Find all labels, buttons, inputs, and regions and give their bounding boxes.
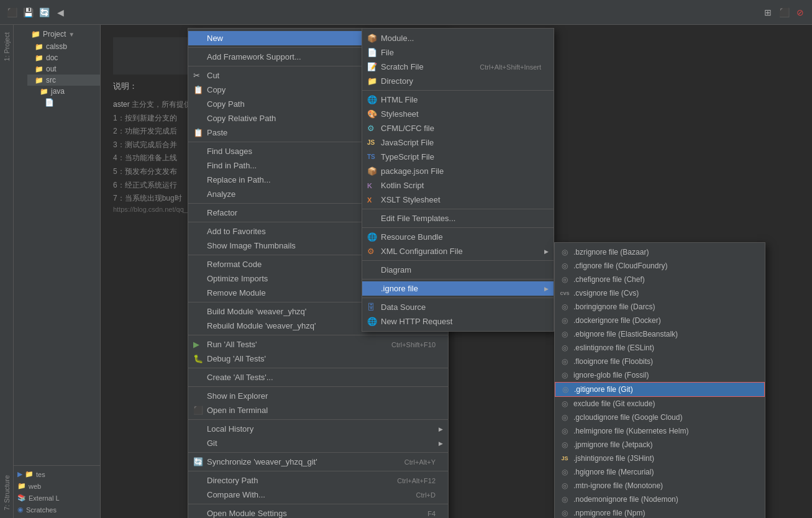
menu-item-create-tests[interactable]: Create 'All Tests'...	[188, 370, 448, 384]
project-arrow: ▼	[68, 31, 75, 38]
folder-icon: 📁	[31, 30, 40, 39]
refresh-icon[interactable]: 🔄	[37, 6, 51, 19]
submenu-item-xslt[interactable]: X XSLT Stylesheet	[362, 193, 554, 207]
debug-icon: 🐛	[193, 354, 203, 363]
submenu-item-data-source[interactable]: 🗄 Data Source	[362, 300, 554, 314]
folder-icon: 📁	[35, 54, 43, 62]
tree-item-doc[interactable]: 📁 doc	[27, 52, 100, 63]
separator	[362, 279, 554, 279]
submenu-item-js[interactable]: JS JavaScript File	[362, 135, 554, 150]
file-icon: 📄	[367, 48, 377, 57]
submenu-item-diagram[interactable]: Diagram	[362, 263, 554, 277]
tab-external[interactable]: 📚 External L	[17, 492, 96, 504]
submenu-item-html[interactable]: 🌐 HTML File	[362, 93, 554, 107]
ignore-item-jshint[interactable]: JS .jshintignore file (JSHint)	[555, 452, 765, 465]
ignore-item-docker[interactable]: ◎ .dockerignore file (Docker)	[555, 314, 765, 327]
toolbar-icon-right-1[interactable]: ⊞	[761, 6, 775, 19]
ignore-item-cloudfoundry[interactable]: ◎ .cfignore file (CloudFoundry)	[555, 259, 765, 273]
menu-item-synchronize[interactable]: 🔄 Synchronize 'weaver_yhzq_git' Ctrl+Alt…	[188, 455, 448, 469]
ignore-item-fossil[interactable]: ◎ ignore-glob file (Fossil)	[555, 368, 765, 382]
ignore-item-nodemon[interactable]: ◎ .nodemonignore file (Nodemon)	[555, 493, 765, 506]
terminal-icon: ⬛	[193, 406, 203, 415]
toolbar-icon-right-3[interactable]: ⊘	[793, 6, 807, 19]
tab-web[interactable]: 📁 web	[17, 480, 96, 492]
menu-item-open-terminal[interactable]: ⬛ Open in Terminal	[188, 403, 448, 417]
ignore-item-helm[interactable]: ◎ .helmignore file (Kubernetes Helm)	[555, 424, 765, 438]
separator	[188, 504, 448, 504]
mercurial-icon: ◎	[560, 467, 570, 477]
file-icon: 📄	[45, 98, 54, 107]
toolbar: ⬛ 💾 🔄 ◀ ⊞ ⬛ ⊘	[0, 0, 812, 25]
ignore-item-git[interactable]: ◎ .gitignore file (Git)	[555, 382, 765, 397]
tree-item-out[interactable]: 📁 out	[27, 63, 100, 75]
tree-item-src[interactable]: 📁 src	[27, 75, 100, 86]
js-icon: JS	[367, 139, 375, 146]
project-header[interactable]: 📁 Project ▼	[27, 27, 100, 41]
ignore-item-elastic[interactable]: ◎ .ebignore file (ElasticBeanstalk)	[555, 327, 765, 341]
submenu-item-module[interactable]: 📦 Module...	[362, 31, 554, 45]
submenu-item-file[interactable]: 📄 File	[362, 45, 554, 60]
cut-icon: ✂	[193, 71, 200, 80]
toolbar-icon-right-2[interactable]: ⬛	[777, 6, 791, 19]
css-icon: 🎨	[367, 109, 377, 119]
separator	[188, 368, 448, 368]
menu-item-git[interactable]: Git	[188, 436, 448, 450]
submenu-item-edit-templates[interactable]: Edit File Templates...	[362, 211, 554, 225]
submenu-item-http-request[interactable]: 🌐 New HTTP Request	[362, 314, 554, 329]
ignore-item-monotone[interactable]: ◎ .mtn-ignore file (Monotone)	[555, 479, 765, 493]
save-icon[interactable]: 💾	[21, 6, 35, 19]
ignore-item-bazaar[interactable]: ◎ .bzrignore file (Bazaar)	[555, 245, 765, 259]
menu-item-open-module-settings[interactable]: Open Module Settings F4	[188, 506, 448, 518]
submenu-item-package-json[interactable]: 📦 package.json File	[362, 164, 554, 178]
ignore-item-jetpack[interactable]: ◎ .jpmignore file (Jetpack)	[555, 438, 765, 452]
ignore-item-gcloud[interactable]: ◎ .gcloudignore file (Google Cloud)	[555, 411, 765, 424]
menu-item-debug-tests[interactable]: 🐛 Debug 'All Tests'	[188, 352, 448, 366]
submenu-item-kotlin[interactable]: K Kotlin Script	[362, 178, 554, 193]
ignore-item-git-exclude[interactable]: ◎ exclude file (Git exclude)	[555, 397, 765, 411]
back-icon[interactable]: ◀	[53, 6, 67, 19]
submenu-item-xml[interactable]: ⚙ XML Configuration File	[362, 244, 554, 258]
project-label: Project	[43, 30, 66, 39]
ignore-item-chef[interactable]: ◎ .chefignore file (Chef)	[555, 273, 765, 286]
git-icon: ◎	[560, 384, 570, 394]
submenu-item-resource-bundle[interactable]: 🌐 Resource Bundle	[362, 230, 554, 244]
separator	[362, 298, 554, 298]
ignore-item-eslint[interactable]: ◎ .eslintignore file (ESLint)	[555, 341, 765, 355]
gcloud-icon: ◎	[560, 412, 570, 422]
separator	[188, 419, 448, 420]
bazaar-icon: ◎	[560, 247, 570, 257]
tree-item-java[interactable]: 📁 java	[27, 86, 100, 97]
submenu-item-stylesheet[interactable]: 🎨 Stylesheet	[362, 107, 554, 121]
tab-tes[interactable]: ▶ 📁 tes	[17, 468, 96, 480]
separator	[362, 260, 554, 261]
ignore-item-cvs[interactable]: cvs .cvsignore file (Cvs)	[555, 286, 765, 300]
ignore-item-npm[interactable]: ◎ .npmignore file (Npm)	[555, 506, 765, 518]
ignore-item-darcs[interactable]: ◎ .boringignore file (Darcs)	[555, 300, 765, 314]
submenu-item-ts[interactable]: TS TypeScript File	[362, 150, 554, 164]
ignore-item-mercurial[interactable]: ◎ .hgignore file (Mercurial)	[555, 465, 765, 479]
menu-item-directory-path[interactable]: Directory Path Ctrl+Alt+F12	[188, 473, 448, 488]
tab-scratches[interactable]: ◉ Scratches	[17, 504, 96, 516]
datasource-icon: 🗄	[367, 302, 375, 312]
paste-icon: 📋	[193, 128, 203, 137]
submenu-item-cfml[interactable]: ⚙ CFML/CFC file	[362, 121, 554, 135]
v-tab-project[interactable]: 1: Project	[2, 27, 12, 66]
tree-item-calssb[interactable]: 📁 calssb	[27, 41, 100, 52]
jetpack-icon: ◎	[560, 440, 570, 450]
ignore-item-floobits[interactable]: ◎ .flooignore file (Floobits)	[555, 355, 765, 368]
cvs-icon: cvs	[560, 288, 570, 298]
submenu-item-ignore[interactable]: i* .ignore file	[362, 281, 554, 296]
v-tab-structure[interactable]: 7: Structure	[2, 470, 12, 516]
menu-item-show-explorer[interactable]: Show in Explorer	[188, 389, 448, 403]
menu-item-local-history[interactable]: Local History	[188, 422, 448, 436]
menu-item-compare-with[interactable]: Compare With... Ctrl+D	[188, 488, 448, 502]
toolbar-icon-1[interactable]: ⬛	[5, 6, 19, 19]
sync-icon: 🔄	[193, 457, 203, 466]
menu-item-run-tests[interactable]: ▶ Run 'All Tests' Ctrl+Shift+F10	[188, 337, 448, 352]
folder-icon: 📁	[40, 88, 48, 96]
cloudfoundry-icon: ◎	[560, 261, 570, 271]
submenu-item-directory[interactable]: 📁 Directory	[362, 74, 554, 88]
folder-icon: 📁	[35, 43, 43, 51]
submenu-item-scratch-file[interactable]: 📝 Scratch File Ctrl+Alt+Shift+Insert	[362, 60, 554, 74]
tree-item-file[interactable]: 📄	[27, 97, 100, 108]
